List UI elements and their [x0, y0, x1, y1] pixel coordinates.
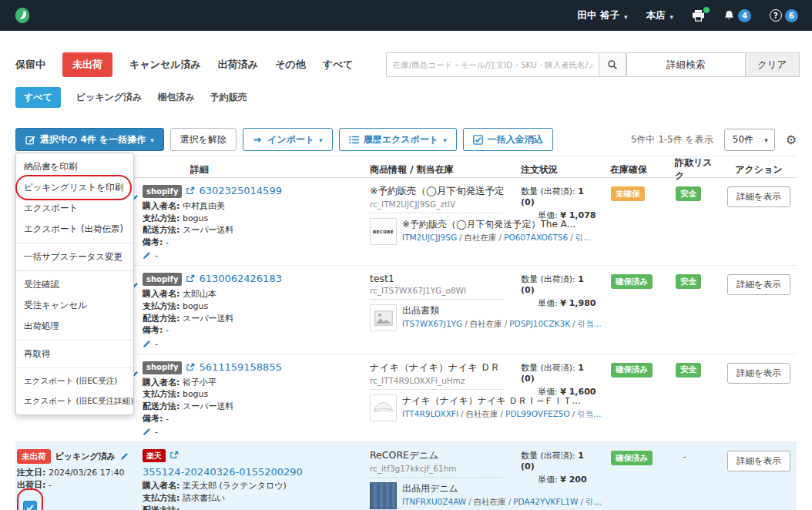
ship-date-label: 出荷日: [17, 480, 45, 490]
menu-item-refetch[interactable]: 再取得 [16, 344, 133, 364]
store-menu[interactable]: 本店 [646, 9, 673, 22]
ship-date-value: - [49, 480, 52, 490]
subtab-preorder[interactable]: 予約販売 [210, 91, 247, 104]
help-icon [770, 9, 782, 22]
deselect-button[interactable]: 選択を解除 [170, 128, 237, 151]
tab-all[interactable]: すべて [323, 58, 354, 72]
history-export-button[interactable]: 履歴エクスポート [339, 128, 457, 151]
image-placeholder-icon [370, 304, 397, 331]
page-size-select[interactable]: 50件 [724, 129, 775, 151]
printer-icon [692, 10, 705, 22]
search-button[interactable] [599, 52, 626, 77]
order-status-cell: 数量 (出荷済): 1 (0) 単価: ¥ 200 [510, 449, 599, 510]
product-code: rc_ITM2UJCJJ9SG_ztlV [370, 200, 504, 209]
risk-cell: 安全 [664, 361, 721, 437]
menu-divider [16, 243, 133, 243]
menu-item-ship-process[interactable]: 出荷処理 [16, 316, 133, 337]
mall-badge: shopify [143, 185, 182, 198]
subtab-packed[interactable]: 梱包済み [158, 91, 195, 104]
item-code-link[interactable]: ITT4R9LOXXFI [402, 409, 458, 418]
menu-item-order-cancel[interactable]: 受注キャンセル [16, 295, 133, 316]
mall-badge: shopify [143, 273, 182, 286]
tab-hold[interactable]: 保留中 [15, 58, 45, 72]
stock-status-badge: 確保済み [611, 274, 653, 289]
mall-badge: 楽天 [143, 449, 166, 462]
gear-icon[interactable] [786, 133, 797, 147]
row-status-cell: 未出荷 ピッキング済み 注文日: 2024/03/26 17:40 出荷日: - [15, 449, 143, 510]
row-checkbox[interactable] [23, 501, 37, 510]
product-title: ReCOREデニム [370, 449, 504, 462]
menu-item-print-delivery-slip[interactable]: 納品書を印刷 [16, 156, 133, 177]
menu-item-export-old-ec-detail[interactable]: エクスポート (旧EC受注詳細) [16, 391, 133, 411]
tab-shipped[interactable]: 出荷済み [218, 58, 258, 72]
buyer-label: 購入者名: [143, 201, 180, 211]
edit-note-icon[interactable] [143, 428, 151, 436]
help-button[interactable]: 6 [770, 9, 798, 22]
edit-note-icon[interactable] [143, 251, 151, 260]
tab-other[interactable]: その他 [275, 58, 306, 72]
show-detail-button[interactable]: 詳細を表示 [727, 186, 790, 207]
search-input[interactable] [386, 52, 599, 77]
risk-cell: - [664, 449, 721, 510]
product-cell: ナイキ（ナイキ）ナイキ ＤＲＩ−ＦＩＴ ゴルフ... rc_ITT4R9LOXX… [362, 361, 510, 437]
clear-button[interactable]: クリア [746, 52, 800, 77]
detail-search-button[interactable]: 詳細検索 [626, 52, 746, 77]
shipping-label: 配送方法: [143, 225, 180, 235]
header-status: 注文状況 [510, 163, 599, 176]
tab-cancelled[interactable]: キャンセル済み [129, 58, 201, 72]
show-detail-button[interactable]: 詳細を表示 [727, 451, 790, 471]
import-button[interactable]: インポート [243, 128, 333, 151]
stock-cell: 確保済み [599, 449, 664, 510]
menu-item-order-confirm[interactable]: 受注確認 [16, 274, 133, 295]
printer-button[interactable] [692, 10, 705, 22]
menu-item-export-old-ec[interactable]: エクスポート (旧EC受注) [16, 371, 133, 391]
product-code: rc_itf3g17kkcjf_61hm [370, 464, 504, 473]
cap-photo-thumbnail [370, 394, 397, 421]
chevron-down-icon [150, 134, 154, 145]
edit-note-icon[interactable] [143, 340, 151, 348]
order-id-link[interactable]: 6302325014599 [199, 185, 282, 196]
show-detail-button[interactable]: 詳細を表示 [727, 363, 790, 384]
search-icon [607, 59, 618, 70]
order-detail-cell: shopify 6302325014599 購入者名: 中村真由美 支払方法: … [143, 185, 362, 260]
action-cell: 詳細を表示 [721, 361, 797, 437]
product-title: ※予約販売（◯月下旬発送予定）The Art of Re... [370, 185, 504, 198]
order-id-link[interactable]: 355124-20240326-0155200290 [143, 466, 303, 478]
note-label: 備考: [143, 237, 163, 247]
external-link-icon[interactable] [169, 451, 179, 460]
menu-item-export[interactable]: エクスポート [16, 198, 133, 219]
bulk-action-toolbar: 選択中の 4件 を一括操作 納品書を印刷 ピッキングリストを印刷 エクスポート … [15, 128, 797, 151]
action-cell: 詳細を表示 [721, 273, 797, 348]
fraud-risk-empty: - [676, 451, 686, 461]
tab-unshipped[interactable]: 未出荷 [62, 52, 112, 77]
subtab-all[interactable]: すべて [15, 87, 61, 108]
buyer-name: 中村真由美 [183, 201, 225, 211]
item-code-link[interactable]: ITNFRXU0Z4AW [402, 497, 466, 506]
bulk-action-button[interactable]: 選択中の 4件 を一括操作 [15, 128, 164, 151]
item-code-link[interactable]: ITS7WX67J1YG [402, 319, 462, 328]
item-code-link[interactable]: ITM2UJCJJ9SG [402, 233, 457, 242]
external-link-icon[interactable] [186, 363, 195, 372]
external-link-icon[interactable] [186, 274, 195, 284]
order-id-link[interactable]: 5611159158855 [199, 361, 282, 373]
bulk-payment-button[interactable]: 一括入金消込 [463, 128, 553, 151]
user-menu[interactable]: 田中 裕子 [578, 9, 628, 22]
detail-search-group: 詳細検索 クリア [626, 52, 800, 77]
menu-item-export-shipping-slip[interactable]: エクスポート (出荷伝票) [16, 219, 133, 240]
menu-item-bulk-substatus-change[interactable]: 一括サブステータス変更 [16, 247, 133, 267]
notifications-button[interactable]: 4 [723, 9, 751, 22]
order-id-link[interactable]: 6130062426183 [199, 273, 282, 284]
show-detail-button[interactable]: 詳細を表示 [727, 274, 790, 295]
chevron-down-icon [319, 134, 323, 145]
app-logo-icon[interactable] [14, 7, 31, 24]
stock-status-badge: 確保済み [611, 451, 653, 465]
subtab-picked[interactable]: ピッキング済み [76, 91, 143, 104]
notification-count-badge: 4 [738, 9, 751, 22]
filter-row: 保留中 未出荷 キャンセル済み 出荷済み その他 すべて 詳細検索 クリア [15, 52, 797, 77]
stock-cell: 未確保 [599, 185, 664, 260]
edit-substatus-icon[interactable] [120, 452, 129, 461]
menu-item-print-picking-list[interactable]: ピッキングリストを印刷 [16, 177, 133, 198]
external-link-icon[interactable] [186, 186, 195, 196]
product-cell: ReCOREデニム rc_itf3g17kkcjf_61hm 出品用デニム IT… [362, 449, 510, 510]
stock-status-badge: 未確保 [611, 186, 645, 201]
